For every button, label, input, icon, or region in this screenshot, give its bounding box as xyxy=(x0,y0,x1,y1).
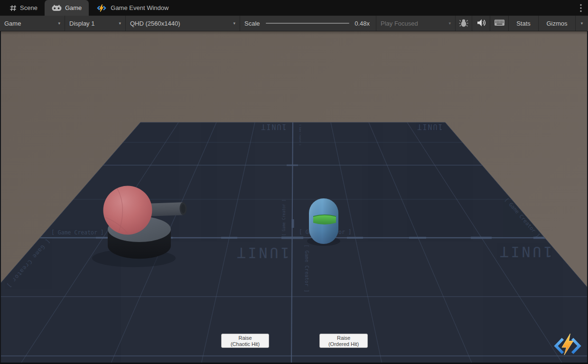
game-render-viewport: 1UNIT 1UNIT 1UNIT 1UNIT [ Game Creator ]… xyxy=(0,31,588,364)
rendered-scene: 1UNIT 1UNIT 1UNIT 1UNIT [ Game Creator ]… xyxy=(0,31,588,364)
tab-game-event-window[interactable]: Game Event Window xyxy=(89,0,176,16)
keyboard-icon xyxy=(494,19,505,28)
floor-brand-label: [ Game Creator ] xyxy=(304,244,310,292)
scale-slider-group: Scale 0.48x xyxy=(240,16,376,31)
floor-unit-label: 1UNIT xyxy=(234,244,289,261)
raise-chaotic-line1: Raise xyxy=(222,335,269,341)
resolution-dropdown[interactable]: QHD (2560x1440) ▾ xyxy=(126,16,240,31)
scale-slider[interactable] xyxy=(266,23,349,24)
floor-brand-label: [ Game Creator ] xyxy=(282,199,286,236)
chevron-down-icon: ▾ xyxy=(231,21,240,26)
unity-game-view-window: Scene Game Gam xyxy=(0,0,588,364)
raise-ordered-hit-button[interactable]: Raise (Ordered Hit) xyxy=(319,334,368,348)
tab-scene-label: Scene xyxy=(20,4,37,11)
scale-value: 0.48x xyxy=(354,20,376,27)
chevron-down-icon: ▾ xyxy=(581,21,583,26)
raise-chaotic-line2: (Chaotic Hit) xyxy=(222,341,269,347)
chevron-down-icon: ▾ xyxy=(56,21,65,26)
capsule-visor xyxy=(313,215,336,224)
chevron-down-icon: ▾ xyxy=(447,21,455,26)
floor-brand-label: [ Game Creator ] xyxy=(299,124,301,145)
raise-ordered-line2: (Ordered Hit) xyxy=(320,341,367,347)
scale-label: Scale xyxy=(244,20,260,27)
floor-unit-label: 1UNIT xyxy=(416,122,442,131)
floor-brand-label: [ Game Creator ] xyxy=(51,229,104,236)
blue-capsule-character xyxy=(307,198,340,246)
resolution-label: QHD (2560x1440) xyxy=(130,20,180,27)
game-creator-logo-icon xyxy=(96,4,107,12)
raise-ordered-line1: Raise xyxy=(320,335,367,341)
floor-unit-label: 1UNIT xyxy=(497,243,552,260)
tab-scene[interactable]: Scene xyxy=(3,0,45,16)
kebab-menu-icon[interactable] xyxy=(574,0,588,16)
gamepad-icon xyxy=(52,5,62,11)
floor-unit-label: 1UNIT xyxy=(260,122,286,131)
play-focused-label: Play Focused xyxy=(381,20,418,27)
tab-game[interactable]: Game xyxy=(45,0,89,16)
tab-strip: Scene Game Gam xyxy=(0,0,588,16)
mute-audio-button[interactable] xyxy=(472,16,490,31)
tab-game-event-window-label: Game Event Window xyxy=(111,4,168,11)
display-target-label: Display 1 xyxy=(69,20,94,27)
view-mode-dropdown[interactable]: Game ▾ xyxy=(0,16,65,31)
raise-chaotic-hit-button[interactable]: Raise (Chaotic Hit) xyxy=(221,334,269,348)
view-mode-label: Game xyxy=(4,20,21,27)
tab-game-label: Game xyxy=(65,4,82,11)
chevron-down-icon: ▾ xyxy=(117,21,125,26)
debug-bug-button[interactable] xyxy=(456,16,472,31)
game-view-toolbar: Game ▾ Display 1 ▾ QHD (2560x1440) ▾ Sca… xyxy=(0,16,588,31)
stats-label: Stats xyxy=(516,20,531,27)
play-focused-dropdown[interactable]: Play Focused ▾ xyxy=(376,16,456,31)
keyboard-button[interactable] xyxy=(490,16,509,31)
scene-grid-icon xyxy=(10,5,17,11)
stats-button[interactable]: Stats xyxy=(509,16,539,31)
display-target-dropdown[interactable]: Display 1 ▾ xyxy=(65,16,126,31)
gizmos-button[interactable]: Gizmos xyxy=(539,16,576,31)
bug-icon xyxy=(458,18,469,29)
gizmos-label: Gizmos xyxy=(546,20,567,27)
speaker-icon xyxy=(476,18,486,29)
gizmos-dropdown-arrow[interactable]: ▾ xyxy=(576,16,588,31)
